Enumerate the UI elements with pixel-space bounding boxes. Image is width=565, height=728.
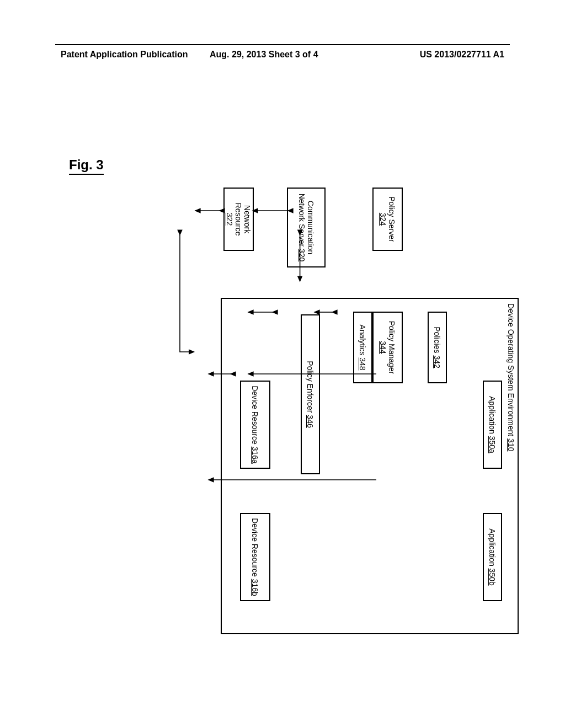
analytics-text: Analytics bbox=[359, 324, 367, 355]
app-b-text: Application bbox=[488, 528, 497, 566]
resource-b-text: Device Resource bbox=[251, 518, 260, 577]
network-resource-box: Network Resource322 bbox=[223, 188, 254, 251]
communication-network-box: Communication Network Server 320 bbox=[287, 188, 326, 267]
device-resource-316a-box: Device Resource 316a bbox=[240, 381, 270, 469]
policy-manager-box: Policy Manager 344 bbox=[372, 312, 403, 383]
app-a-num: 350a bbox=[488, 436, 497, 453]
resource-a-text: Device Resource bbox=[251, 386, 260, 445]
analytics-num: 348 bbox=[359, 357, 367, 370]
env-label-num: 310 bbox=[507, 438, 515, 451]
resource-a-num: 316a bbox=[251, 447, 260, 464]
policies-text: Policies bbox=[433, 326, 442, 353]
policy-server-box: Policy Server324 bbox=[372, 188, 403, 251]
policies-box: Policies 342 bbox=[428, 312, 447, 383]
header-right: US 2013/0227711 A1 bbox=[420, 50, 504, 60]
analytics-box: Analytics 348 bbox=[353, 312, 372, 383]
net-resource-text: Network Resource bbox=[234, 203, 252, 236]
enforcer-num: 346 bbox=[306, 415, 315, 427]
policy-server-num: 324 bbox=[379, 213, 388, 226]
environment-label: Device Operating System Environment 310 bbox=[507, 303, 515, 451]
policies-num: 342 bbox=[433, 355, 442, 368]
env-label-text: Device Operating System Environment bbox=[507, 303, 515, 436]
header-center: Aug. 29, 2013 Sheet 3 of 4 bbox=[210, 50, 318, 60]
enforcer-text: Policy Enforcer bbox=[306, 361, 315, 413]
application-350b-box: Application 350b bbox=[483, 513, 502, 601]
comm-network-num: 320 bbox=[297, 249, 306, 261]
policy-enforcer-box: Policy Enforcer 346 bbox=[301, 314, 320, 474]
diagram-container: Device Operating System Environment 310 … bbox=[33, 171, 530, 568]
comm-network-text: Communication Network Server bbox=[297, 194, 315, 254]
application-350a-box: Application 350a bbox=[483, 381, 502, 469]
policy-mgr-num: 344 bbox=[379, 341, 388, 354]
app-b-num: 350b bbox=[488, 569, 497, 586]
app-a-text: Application bbox=[488, 396, 497, 434]
policy-server-text: Policy Server bbox=[388, 196, 397, 242]
policy-mgr-text: Policy Manager bbox=[388, 321, 397, 374]
net-resource-num: 322 bbox=[226, 213, 234, 226]
resource-b-num: 316b bbox=[251, 579, 260, 596]
header-left: Patent Application Publication bbox=[61, 50, 188, 60]
header-divider bbox=[55, 44, 510, 45]
device-resource-316b-box: Device Resource 316b bbox=[240, 513, 270, 601]
